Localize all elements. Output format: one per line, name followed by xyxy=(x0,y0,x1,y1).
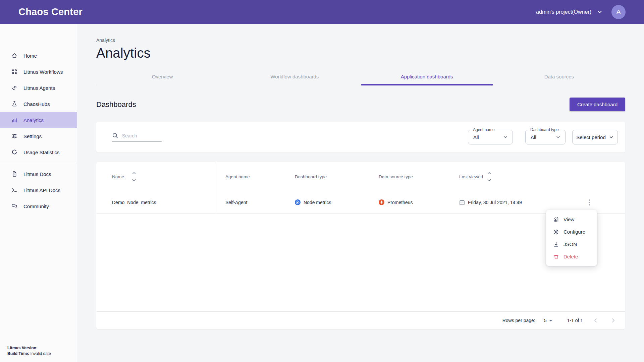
row-context-menu: View Configure JSON Delete xyxy=(546,210,597,266)
sidebar-item-home[interactable]: Home xyxy=(0,48,77,64)
last-viewed: Friday, 30 Jul 2021, 14:49 xyxy=(468,200,522,205)
breadcrumb[interactable]: Analytics xyxy=(96,38,625,43)
column-header-name: Name xyxy=(112,174,124,179)
chevron-left-icon xyxy=(592,317,599,324)
sort-buttons-name[interactable] xyxy=(132,172,136,181)
link-icon xyxy=(11,84,18,91)
dashboard-type: Node metrics xyxy=(304,200,331,205)
rows-per-page-label: Rows per page: xyxy=(502,318,535,323)
version-info: Litmus Version: Build Time: Invalid date xyxy=(7,345,51,357)
prometheus-icon xyxy=(379,199,384,205)
sidebar-item-community[interactable]: Community xyxy=(0,198,77,214)
avatar[interactable]: A xyxy=(611,5,626,19)
next-page-button[interactable] xyxy=(608,316,618,325)
agent-name: Self-Agent xyxy=(225,200,247,205)
sidebar: Home Litmus Workflows Litmus Agents Chao… xyxy=(0,24,77,362)
caret-down-icon xyxy=(549,320,552,321)
gear-icon xyxy=(553,229,559,235)
sidebar-item-litmus-docs[interactable]: Litmus Docs xyxy=(0,166,77,182)
calendar-icon xyxy=(459,199,465,205)
sidebar-item-settings[interactable]: Settings xyxy=(0,128,77,144)
chevron-down-icon xyxy=(503,134,508,140)
sidebar-item-chaoshubs[interactable]: ChaosHubs xyxy=(0,96,77,112)
chart-icon xyxy=(553,217,559,223)
sidebar-item-analytics[interactable]: Analytics xyxy=(0,112,77,128)
top-bar: Chaos Center admin's project(Owner) A xyxy=(0,0,644,24)
column-header-data-source-type: Data source type xyxy=(379,174,413,179)
menu-item-json[interactable]: JSON xyxy=(546,238,597,250)
column-header-dashboard-type: Dashboard type xyxy=(295,174,327,179)
tab-overview[interactable]: Overview xyxy=(96,69,228,85)
tab-data-sources[interactable]: Data sources xyxy=(493,69,625,85)
data-source-type: Prometheus xyxy=(387,200,413,205)
sidebar-divider xyxy=(0,163,77,163)
sidebar-item-litmus-agents[interactable]: Litmus Agents xyxy=(0,80,77,96)
search-field xyxy=(112,132,162,142)
chevron-down-icon[interactable] xyxy=(597,9,603,15)
home-icon xyxy=(11,52,18,59)
sort-asc-icon xyxy=(132,172,136,174)
tab-workflow-dashboards[interactable]: Workflow dashboards xyxy=(228,69,361,85)
dashboard-name: Demo_Node_metrics xyxy=(112,200,156,205)
table-row: Demo_Node_metrics Self-Agent Node metric… xyxy=(96,191,625,214)
trash-icon xyxy=(553,254,559,260)
app-title: Chaos Center xyxy=(18,6,83,17)
column-header-last-viewed: Last viewed xyxy=(459,174,483,179)
dashboard-type-select[interactable]: Dashboard type All xyxy=(525,130,566,144)
main-content: Analytics Analytics Overview Workflow da… xyxy=(77,24,644,362)
sort-desc-icon xyxy=(487,179,491,181)
project-selector-label[interactable]: admin's project(Owner) xyxy=(536,9,591,15)
select-period-button[interactable]: Select period xyxy=(572,130,618,144)
sidebar-item-litmus-api-docs[interactable]: Litmus API Docs xyxy=(0,182,77,198)
row-options-button[interactable] xyxy=(587,197,592,207)
previous-page-button[interactable] xyxy=(591,316,600,325)
menu-item-view[interactable]: View xyxy=(546,213,597,226)
tab-application-dashboards[interactable]: Application dashboards xyxy=(361,69,493,85)
search-icon xyxy=(112,132,118,139)
sort-desc-icon xyxy=(132,179,136,181)
section-title: Dashboards xyxy=(96,100,136,109)
menu-item-configure[interactable]: Configure xyxy=(546,226,597,238)
chat-icon xyxy=(11,203,18,209)
sidebar-item-litmus-workflows[interactable]: Litmus Workflows xyxy=(0,64,77,80)
sort-buttons-last-viewed[interactable] xyxy=(487,172,491,181)
sliders-icon xyxy=(11,133,18,139)
sidebar-item-usage-statistics[interactable]: Usage Statistics xyxy=(0,144,77,160)
usage-icon xyxy=(11,149,18,156)
sort-asc-icon xyxy=(487,172,491,174)
page-title: Analytics xyxy=(96,46,625,61)
workflows-icon xyxy=(11,68,18,75)
pagination: Rows per page: 5 1-1 of 1 xyxy=(96,311,625,329)
kubernetes-icon xyxy=(295,199,301,205)
chevron-right-icon xyxy=(610,317,616,324)
pagination-range: 1-1 of 1 xyxy=(567,318,583,323)
chevron-down-icon xyxy=(555,134,561,140)
column-header-agent-name: Agent name xyxy=(225,174,250,179)
filter-bar: Agent name All Dashboard type All Select… xyxy=(96,122,625,153)
create-dashboard-button[interactable]: Create dashboard xyxy=(570,98,625,111)
agent-name-select[interactable]: Agent name All xyxy=(468,130,513,144)
download-icon xyxy=(553,241,559,247)
chart-icon xyxy=(11,117,18,123)
table-header-row: Name Agent name Dashboard type Data sour… xyxy=(96,162,625,191)
search-input[interactable] xyxy=(122,133,162,138)
tabs: Overview Workflow dashboards Application… xyxy=(96,69,625,85)
rows-per-page-select[interactable]: 5 xyxy=(544,318,552,323)
terminal-icon xyxy=(11,187,18,193)
chevron-down-icon xyxy=(609,135,614,140)
menu-item-delete[interactable]: Delete xyxy=(546,250,597,263)
document-icon xyxy=(11,171,18,177)
flask-icon xyxy=(11,101,18,107)
